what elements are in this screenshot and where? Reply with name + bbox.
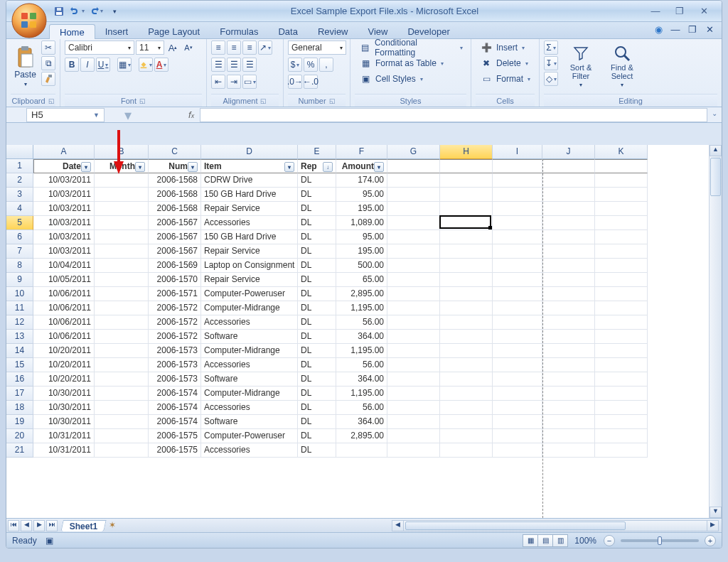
merge-icon[interactable]: ▭ <box>242 75 257 89</box>
cell[interactable] <box>542 358 595 372</box>
cell[interactable] <box>542 344 595 358</box>
cell[interactable] <box>387 443 440 458</box>
cell[interactable] <box>493 188 542 202</box>
cell[interactable] <box>542 216 595 230</box>
cell[interactable]: ↓Rep <box>298 159 336 173</box>
cell[interactable]: DL <box>298 301 336 315</box>
cells-area[interactable]: ▾Date▾Month▾Num▾Item↓Rep▾Amount10/03/201… <box>33 159 709 458</box>
cell[interactable] <box>387 159 440 173</box>
cell[interactable]: Repair Service <box>201 244 298 259</box>
cell[interactable] <box>387 330 440 344</box>
cell[interactable]: DL <box>298 401 336 415</box>
align-left-icon[interactable]: ☰ <box>211 58 225 72</box>
cell[interactable]: 2006-1573 <box>149 344 201 358</box>
cell[interactable]: 364.00 <box>336 415 387 429</box>
font-name-combo[interactable]: Calibri▾ <box>65 40 134 55</box>
cell[interactable]: 56.00 <box>336 315 387 330</box>
cell[interactable] <box>440 387 493 401</box>
cell[interactable] <box>440 315 493 330</box>
cell[interactable]: 10/03/2011 <box>33 202 95 216</box>
cell[interactable]: 10/04/2011 <box>33 259 95 273</box>
filter-dropdown-icon[interactable]: ▾ <box>135 162 145 172</box>
alignment-launcher-icon[interactable]: ◱ <box>260 97 267 104</box>
tab-nav-next[interactable]: ▶ <box>33 520 45 531</box>
column-header-H[interactable]: H <box>440 145 493 159</box>
cell[interactable] <box>542 188 595 202</box>
tab-data[interactable]: Data <box>268 24 307 38</box>
cell[interactable] <box>595 401 648 415</box>
cell[interactable] <box>387 401 440 415</box>
underline-button[interactable]: U <box>96 58 110 72</box>
cell[interactable] <box>595 372 648 387</box>
insert-sheet-icon[interactable]: ✶ <box>107 520 118 531</box>
cell[interactable]: ▾Num <box>149 159 201 173</box>
cell[interactable] <box>542 259 595 273</box>
cell[interactable] <box>493 273 542 287</box>
cell[interactable] <box>493 415 542 429</box>
row-header-7[interactable]: 7 <box>6 244 33 259</box>
cell[interactable] <box>542 429 595 443</box>
cell[interactable] <box>440 159 493 173</box>
cell[interactable] <box>493 173 542 188</box>
row-header-20[interactable]: 20 <box>6 429 33 443</box>
cell[interactable]: 2006-1575 <box>149 429 201 443</box>
cell[interactable] <box>493 301 542 315</box>
row-header-6[interactable]: 6 <box>6 230 33 244</box>
cell[interactable] <box>440 173 493 188</box>
cell[interactable]: DL <box>298 372 336 387</box>
cell[interactable] <box>387 188 440 202</box>
cell[interactable]: 10/06/2011 <box>33 287 95 301</box>
row-header-10[interactable]: 10 <box>6 287 33 301</box>
zoom-level[interactable]: 100% <box>574 536 596 546</box>
cell[interactable] <box>542 387 595 401</box>
cell[interactable]: 2006-1574 <box>149 415 201 429</box>
filter-dropdown-icon[interactable]: ▾ <box>188 162 198 172</box>
cell[interactable] <box>440 216 493 230</box>
cell[interactable] <box>95 429 149 443</box>
macro-record-icon[interactable]: ▣ <box>46 536 53 546</box>
cell[interactable] <box>95 443 149 458</box>
row-header-9[interactable]: 9 <box>6 273 33 287</box>
help-icon[interactable]: ◉ <box>653 24 663 35</box>
cell[interactable]: 364.00 <box>336 372 387 387</box>
cell[interactable] <box>493 330 542 344</box>
cell-styles-button[interactable]: ▣ Cell Styles <box>355 72 429 86</box>
cell[interactable]: ▾Item <box>201 159 298 173</box>
cell[interactable] <box>493 358 542 372</box>
align-top-icon[interactable]: ≡ <box>211 40 225 55</box>
qat-customize-icon[interactable]: ▾ <box>107 4 122 18</box>
cell[interactable]: 10/30/2011 <box>33 401 95 415</box>
page-break-view-button[interactable]: ▥ <box>552 534 568 547</box>
cell[interactable] <box>542 173 595 188</box>
cell[interactable]: DL <box>298 315 336 330</box>
cell[interactable] <box>595 287 648 301</box>
cell[interactable] <box>595 159 648 173</box>
cell[interactable] <box>95 330 149 344</box>
cell[interactable]: 10/06/2011 <box>33 315 95 330</box>
cell[interactable] <box>493 344 542 358</box>
column-header-I[interactable]: I <box>493 145 542 159</box>
cell[interactable]: 56.00 <box>336 401 387 415</box>
formula-expand-icon[interactable]: ⌄ <box>712 109 717 117</box>
cell[interactable] <box>493 315 542 330</box>
cell[interactable] <box>440 188 493 202</box>
cell[interactable] <box>595 188 648 202</box>
italic-button[interactable]: I <box>80 58 95 72</box>
cell[interactable]: DL <box>298 216 336 230</box>
cell[interactable]: 10/06/2011 <box>33 301 95 315</box>
cell[interactable] <box>493 216 542 230</box>
cell[interactable] <box>387 372 440 387</box>
tab-view[interactable]: View <box>358 24 398 38</box>
percent-format-icon[interactable]: % <box>304 58 318 72</box>
cell[interactable]: 2006-1573 <box>149 358 201 372</box>
cell[interactable]: 10/31/2011 <box>33 429 95 443</box>
row-header-11[interactable]: 11 <box>6 301 33 315</box>
column-header-C[interactable]: C <box>149 145 201 159</box>
tab-insert[interactable]: Insert <box>95 24 139 38</box>
accounting-format-icon[interactable]: $ <box>288 58 302 72</box>
formula-input[interactable] <box>200 108 707 122</box>
cell[interactable] <box>595 244 648 259</box>
cell[interactable] <box>595 443 648 458</box>
comma-format-icon[interactable]: , <box>319 58 333 72</box>
cell[interactable]: 95.00 <box>336 188 387 202</box>
